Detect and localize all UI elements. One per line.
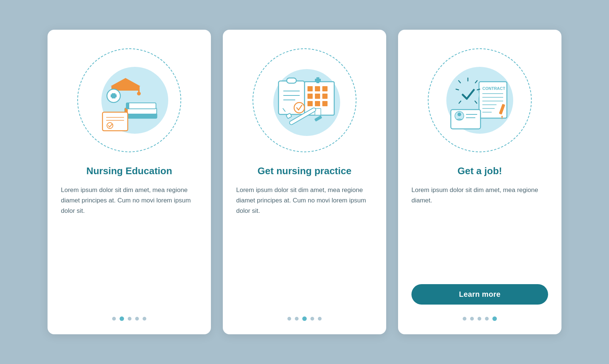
card-nursing-education: Nursing Education Lorem ipsum dolor sit …	[48, 30, 211, 334]
education-illustration	[85, 56, 174, 145]
job-body: Lorem ipsum dolor sit dim amet, mea regi…	[411, 185, 548, 275]
svg-rect-30	[287, 78, 296, 83]
dot-1-2	[120, 316, 124, 321]
svg-line-58	[459, 81, 460, 83]
practice-icon-area	[249, 45, 360, 156]
dot-2-2	[295, 317, 299, 321]
job-dots	[463, 316, 497, 321]
dot-3-5	[492, 316, 497, 321]
education-title: Nursing Education	[86, 165, 172, 178]
svg-rect-20	[307, 94, 313, 99]
practice-body: Lorem ipsum dolor sit dim amet, mea regi…	[236, 185, 373, 305]
svg-line-56	[475, 81, 477, 83]
svg-rect-17	[307, 86, 313, 91]
dot-1-5	[143, 317, 146, 321]
card-get-job: CONTRACT	[398, 30, 561, 334]
dot-3-3	[478, 317, 481, 321]
cards-container: Nursing Education Lorem ipsum dolor sit …	[48, 30, 561, 334]
dot-1-4	[135, 317, 139, 321]
job-illustration: CONTRACT	[435, 56, 524, 145]
dot-1-1	[112, 317, 116, 321]
svg-rect-11	[111, 94, 117, 97]
svg-text:CONTRACT: CONTRACT	[482, 86, 505, 91]
svg-rect-24	[315, 101, 320, 106]
practice-title: Get nursing practice	[258, 165, 352, 178]
education-body: Lorem ipsum dolor sit dim amet, mea regi…	[61, 185, 198, 305]
svg-rect-12	[102, 112, 128, 131]
svg-rect-3	[126, 103, 156, 109]
education-dots	[112, 316, 146, 321]
svg-rect-49	[451, 110, 481, 129]
svg-rect-22	[322, 94, 328, 99]
dot-2-1	[287, 317, 291, 321]
practice-illustration	[260, 56, 349, 145]
svg-rect-4	[126, 103, 129, 109]
svg-rect-27	[315, 79, 321, 82]
svg-point-8	[137, 92, 141, 95]
dot-2-4	[310, 317, 314, 321]
dot-2-3	[302, 316, 307, 321]
job-icon-area: CONTRACT	[424, 45, 535, 156]
svg-rect-23	[307, 101, 313, 106]
svg-rect-19	[322, 86, 328, 91]
learn-more-button[interactable]: Learn more	[411, 284, 548, 305]
card-nursing-practice: Get nursing practice Lorem ipsum dolor s…	[223, 30, 386, 334]
dot-3-4	[485, 317, 489, 321]
svg-rect-38	[314, 116, 322, 122]
education-icon-area	[74, 45, 185, 156]
svg-rect-25	[322, 101, 328, 106]
svg-rect-21	[315, 94, 320, 99]
dot-2-5	[318, 317, 322, 321]
job-title: Get a job!	[457, 165, 502, 178]
svg-rect-29	[279, 81, 304, 114]
practice-dots	[287, 316, 322, 321]
svg-point-51	[457, 113, 461, 116]
dot-1-3	[128, 317, 131, 321]
dot-3-2	[470, 317, 474, 321]
svg-rect-18	[315, 86, 320, 91]
dot-3-1	[463, 317, 466, 321]
